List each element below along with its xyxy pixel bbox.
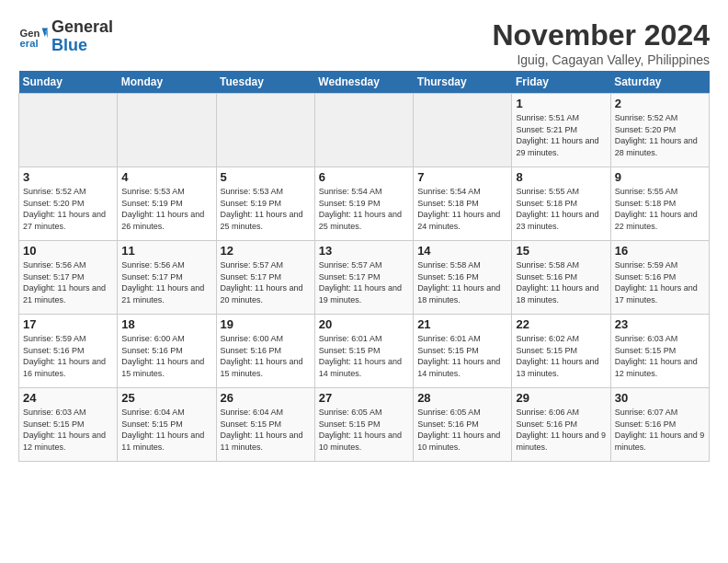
month-title: November 2024: [492, 18, 710, 52]
calendar-cell: [414, 94, 512, 167]
svg-text:Gen: Gen: [20, 28, 40, 39]
day-info: Sunrise: 6:03 AMSunset: 5:15 PMDaylight:…: [615, 333, 705, 379]
calendar-cell: 8Sunrise: 5:55 AMSunset: 5:18 PMDaylight…: [512, 167, 610, 241]
day-info: Sunrise: 5:57 AMSunset: 5:17 PMDaylight:…: [319, 259, 409, 305]
day-number: 30: [615, 391, 705, 405]
day-info: Sunrise: 5:57 AMSunset: 5:17 PMDaylight:…: [221, 259, 311, 305]
day-info: Sunrise: 6:01 AMSunset: 5:15 PMDaylight:…: [319, 333, 409, 379]
day-number: 15: [516, 244, 606, 258]
location-subtitle: Iguig, Cagayan Valley, Philippines: [492, 52, 710, 67]
day-info: Sunrise: 5:55 AMSunset: 5:18 PMDaylight:…: [516, 186, 606, 232]
calendar-table: SundayMondayTuesdayWednesdayThursdayFrid…: [18, 71, 710, 462]
day-number: 28: [417, 391, 507, 405]
day-info: Sunrise: 5:53 AMSunset: 5:19 PMDaylight:…: [121, 186, 211, 232]
title-section: November 2024 Iguig, Cagayan Valley, Phi…: [492, 18, 710, 67]
calendar-cell: 15Sunrise: 5:58 AMSunset: 5:16 PMDayligh…: [512, 241, 610, 315]
calendar-cell: [216, 94, 314, 167]
calendar-cell: 1Sunrise: 5:51 AMSunset: 5:21 PMDaylight…: [512, 94, 610, 167]
day-info: Sunrise: 5:56 AMSunset: 5:17 PMDaylight:…: [121, 259, 211, 305]
day-info: Sunrise: 6:05 AMSunset: 5:15 PMDaylight:…: [319, 407, 409, 453]
day-info: Sunrise: 5:51 AMSunset: 5:21 PMDaylight:…: [516, 112, 606, 158]
day-info: Sunrise: 5:56 AMSunset: 5:17 PMDaylight:…: [23, 259, 113, 305]
calendar-cell: 30Sunrise: 6:07 AMSunset: 5:16 PMDayligh…: [610, 388, 709, 462]
day-info: Sunrise: 5:59 AMSunset: 5:16 PMDaylight:…: [23, 333, 113, 379]
day-info: Sunrise: 6:01 AMSunset: 5:15 PMDaylight:…: [417, 333, 507, 379]
calendar-cell: 12Sunrise: 5:57 AMSunset: 5:17 PMDayligh…: [216, 241, 314, 315]
day-number: 1: [516, 97, 606, 110]
calendar-week-row: 3Sunrise: 5:52 AMSunset: 5:20 PMDaylight…: [19, 167, 710, 241]
day-info: Sunrise: 5:58 AMSunset: 5:16 PMDaylight:…: [417, 259, 507, 305]
day-number: 7: [417, 170, 507, 184]
svg-text:eral: eral: [20, 38, 39, 49]
day-number: 9: [615, 170, 705, 184]
logo: Gen eral General Blue: [18, 18, 113, 55]
calendar-cell: 5Sunrise: 5:53 AMSunset: 5:19 PMDaylight…: [216, 167, 314, 241]
day-header-tuesday: Tuesday: [216, 71, 314, 94]
calendar-cell: 25Sunrise: 6:04 AMSunset: 5:15 PMDayligh…: [118, 388, 216, 462]
day-info: Sunrise: 6:00 AMSunset: 5:16 PMDaylight:…: [121, 333, 211, 379]
calendar-cell: 9Sunrise: 5:55 AMSunset: 5:18 PMDaylight…: [610, 167, 709, 241]
calendar-cell: 22Sunrise: 6:02 AMSunset: 5:15 PMDayligh…: [512, 315, 610, 388]
calendar-week-row: 24Sunrise: 6:03 AMSunset: 5:15 PMDayligh…: [19, 388, 710, 462]
day-header-thursday: Thursday: [414, 71, 512, 94]
calendar-cell: 3Sunrise: 5:52 AMSunset: 5:20 PMDaylight…: [19, 167, 118, 241]
day-info: Sunrise: 6:04 AMSunset: 5:15 PMDaylight:…: [121, 407, 211, 453]
day-info: Sunrise: 6:03 AMSunset: 5:15 PMDaylight:…: [23, 407, 113, 453]
day-number: 4: [121, 170, 211, 184]
day-number: 11: [121, 244, 211, 258]
day-header-friday: Friday: [512, 71, 610, 94]
day-number: 14: [417, 244, 507, 258]
day-number: 26: [221, 391, 311, 405]
calendar-cell: 28Sunrise: 6:05 AMSunset: 5:16 PMDayligh…: [414, 388, 512, 462]
calendar-cell: 23Sunrise: 6:03 AMSunset: 5:15 PMDayligh…: [610, 315, 709, 388]
day-number: 24: [23, 391, 113, 405]
calendar-cell: 13Sunrise: 5:57 AMSunset: 5:17 PMDayligh…: [314, 241, 413, 315]
day-number: 8: [516, 170, 606, 184]
calendar-cell: 26Sunrise: 6:04 AMSunset: 5:15 PMDayligh…: [216, 388, 314, 462]
day-number: 17: [23, 317, 113, 331]
calendar-cell: 18Sunrise: 6:00 AMSunset: 5:16 PMDayligh…: [118, 315, 216, 388]
calendar-cell: [118, 94, 216, 167]
day-number: 23: [615, 317, 705, 331]
day-number: 25: [121, 391, 211, 405]
calendar-cell: 20Sunrise: 6:01 AMSunset: 5:15 PMDayligh…: [314, 315, 413, 388]
calendar-cell: 16Sunrise: 5:59 AMSunset: 5:16 PMDayligh…: [610, 241, 709, 315]
day-info: Sunrise: 6:04 AMSunset: 5:15 PMDaylight:…: [221, 407, 311, 453]
day-info: Sunrise: 6:07 AMSunset: 5:16 PMDaylight:…: [615, 407, 705, 453]
calendar-week-row: 17Sunrise: 5:59 AMSunset: 5:16 PMDayligh…: [19, 315, 710, 388]
day-number: 29: [516, 391, 606, 405]
day-number: 16: [615, 244, 705, 258]
day-info: Sunrise: 5:53 AMSunset: 5:19 PMDaylight:…: [221, 186, 311, 232]
calendar-cell: 7Sunrise: 5:54 AMSunset: 5:18 PMDaylight…: [414, 167, 512, 241]
day-info: Sunrise: 6:00 AMSunset: 5:16 PMDaylight:…: [221, 333, 311, 379]
day-info: Sunrise: 6:05 AMSunset: 5:16 PMDaylight:…: [417, 407, 507, 453]
day-info: Sunrise: 6:02 AMSunset: 5:15 PMDaylight:…: [516, 333, 606, 379]
calendar-cell: 4Sunrise: 5:53 AMSunset: 5:19 PMDaylight…: [118, 167, 216, 241]
day-number: 21: [417, 317, 507, 331]
day-info: Sunrise: 5:52 AMSunset: 5:20 PMDaylight:…: [23, 186, 113, 232]
day-number: 10: [23, 244, 113, 258]
day-number: 20: [319, 317, 409, 331]
calendar-cell: 11Sunrise: 5:56 AMSunset: 5:17 PMDayligh…: [118, 241, 216, 315]
page-header: Gen eral General Blue November 2024 Igui…: [18, 18, 710, 67]
calendar-cell: 2Sunrise: 5:52 AMSunset: 5:20 PMDaylight…: [610, 94, 709, 167]
day-info: Sunrise: 5:54 AMSunset: 5:18 PMDaylight:…: [417, 186, 507, 232]
day-info: Sunrise: 6:06 AMSunset: 5:16 PMDaylight:…: [516, 407, 606, 453]
logo-icon: Gen eral: [18, 22, 48, 52]
day-info: Sunrise: 5:55 AMSunset: 5:18 PMDaylight:…: [615, 186, 705, 232]
calendar-cell: 10Sunrise: 5:56 AMSunset: 5:17 PMDayligh…: [19, 241, 118, 315]
day-number: 18: [121, 317, 211, 331]
day-number: 22: [516, 317, 606, 331]
day-header-monday: Monday: [118, 71, 216, 94]
day-number: 6: [319, 170, 409, 184]
calendar-cell: 29Sunrise: 6:06 AMSunset: 5:16 PMDayligh…: [512, 388, 610, 462]
calendar-cell: 27Sunrise: 6:05 AMSunset: 5:15 PMDayligh…: [314, 388, 413, 462]
calendar-header-row: SundayMondayTuesdayWednesdayThursdayFrid…: [19, 71, 710, 94]
calendar-cell: 19Sunrise: 6:00 AMSunset: 5:16 PMDayligh…: [216, 315, 314, 388]
calendar-week-row: 1Sunrise: 5:51 AMSunset: 5:21 PMDaylight…: [19, 94, 710, 167]
calendar-cell: 24Sunrise: 6:03 AMSunset: 5:15 PMDayligh…: [19, 388, 118, 462]
logo-text: General Blue: [51, 18, 113, 55]
day-info: Sunrise: 5:58 AMSunset: 5:16 PMDaylight:…: [516, 259, 606, 305]
calendar-week-row: 10Sunrise: 5:56 AMSunset: 5:17 PMDayligh…: [19, 241, 710, 315]
day-info: Sunrise: 5:54 AMSunset: 5:19 PMDaylight:…: [319, 186, 409, 232]
